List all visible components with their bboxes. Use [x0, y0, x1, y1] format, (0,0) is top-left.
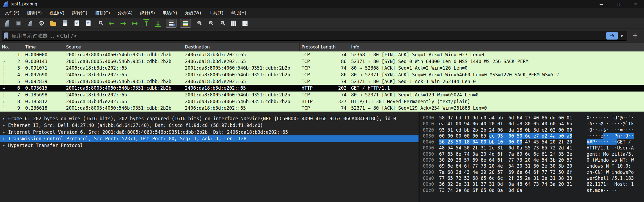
- column-header-protocol[interactable]: Protocol: [300, 43, 319, 51]
- menu-item-0[interactable]: 文件(F): [1, 8, 23, 18]
- hex-offset: 00c0: [420, 187, 439, 193]
- menu-item-4[interactable]: 捕获(C): [91, 8, 114, 18]
- detail-row[interactable]: ▶Internet Protocol Version 6, Src: 2001:…: [0, 129, 419, 136]
- close-button[interactable]: ✕: [627, 0, 644, 8]
- expand-triangle-icon[interactable]: ▶: [3, 122, 5, 129]
- packet-row[interactable]: 10.0000002001:da8:8005:4060:546b:9351:cd…: [0, 51, 644, 58]
- column-header-destination[interactable]: Destination: [183, 43, 300, 51]
- hex-row[interactable]: 00c073 74 2e 6d 6f 65 0d 0a 0d 0ast.moe·…: [420, 187, 644, 193]
- col-length: 74: [319, 78, 349, 85]
- column-header-info[interactable]: Info: [349, 43, 644, 51]
- go-to-first-icon[interactable]: ↑: [142, 19, 151, 27]
- hex-row[interactable]: 003000 00 00 00 00 65 cc 93 00 50 6e e7 …: [420, 133, 644, 139]
- apply-filter-button[interactable]: ➔: [606, 32, 618, 40]
- column-header-no[interactable]: No.: [0, 43, 23, 51]
- hex-bytes: 30 20 28 57 69 6e 64 6f 77 73 20 4e 54 3…: [439, 157, 587, 163]
- packet-row[interactable]: 30.0910712406:da18:b3d:e202::652001:da8:…: [0, 65, 644, 71]
- auto-scroll-toggle-icon[interactable]: ▼: [166, 19, 176, 28]
- zoom-out-icon[interactable]: −: [206, 19, 214, 27]
- detail-row[interactable]: ▶Frame 6: 202 bytes on wire (1616 bits),…: [0, 115, 419, 122]
- minimize-button[interactable]: —: [593, 0, 610, 8]
- packet-row[interactable]: 40.0926902406:da18:b3d:e202::652001:da8:…: [0, 71, 644, 78]
- colorize-toggle-icon[interactable]: [180, 19, 191, 28]
- hex-offset: 0040: [420, 139, 439, 145]
- resize-columns-icon[interactable]: [229, 19, 237, 27]
- column-header-source[interactable]: Source: [64, 43, 183, 51]
- capture-options-icon[interactable]: ⚙: [38, 19, 46, 27]
- column-header-time[interactable]: Time: [23, 43, 64, 51]
- menu-item-2[interactable]: 视图(V): [45, 8, 68, 18]
- go-forward-icon[interactable]: →: [119, 19, 127, 27]
- menu-item-7[interactable]: 电话(Y): [159, 8, 181, 18]
- hex-row[interactable]: 000058 97 bd f1 9d c0 a4 bb 6d 64 27 40 …: [420, 115, 644, 121]
- splitter-grip[interactable]: ∙∙∙∙∙∙: [313, 112, 326, 114]
- detail-row[interactable]: ▶Ethernet II, Src: Dell_64:27:40 (a4:bb:…: [0, 122, 419, 129]
- col-length: 74: [319, 65, 349, 71]
- hex-row[interactable]: 0010ea 41 00 94 06 40 20 01 0d a8 80 05 …: [420, 121, 644, 127]
- detail-row[interactable]: ▶Transmission Control Protocol, Src Port…: [0, 135, 419, 142]
- hex-bytes: 00 00 00 00 00 65 cc 93 00 50 6e e7 d2 4…: [439, 133, 587, 139]
- display-filter-input[interactable]: [12, 33, 606, 39]
- hex-ascii: gent: Mo zilla/5.: [587, 151, 634, 157]
- filter-dropdown-chevron-icon[interactable]: ▼: [619, 34, 625, 38]
- menu-item-8[interactable]: 无线(W): [181, 8, 205, 18]
- reload-file-icon[interactable]: ⟳: [84, 19, 92, 27]
- hex-bytes: 77 65 72 53 68 65 6c 6c 2f 35 2e 31 2e 3…: [439, 175, 587, 181]
- packet-row[interactable]: 20.0001432001:da8:8005:4060:546b:9351:cd…: [0, 58, 644, 65]
- display-filter-box: ➔ ▼: [2, 31, 627, 41]
- start-capture-icon[interactable]: [3, 19, 11, 27]
- hex-row[interactable]: 007030 20 28 57 69 6e 64 6f 77 73 20 4e …: [420, 157, 644, 163]
- fit-columns-icon[interactable]: 12 3: [241, 19, 249, 27]
- column-header-length[interactable]: Length: [319, 43, 349, 51]
- menu-item-5[interactable]: 分析(A): [114, 8, 136, 18]
- go-back-icon[interactable]: ←: [107, 19, 116, 27]
- menu-item-9[interactable]: 工具(T): [205, 8, 227, 18]
- packet-row[interactable]: 70.1856982406:da18:b3d:e202::652001:da8:…: [0, 92, 644, 98]
- close-file-icon[interactable]: ✕: [73, 19, 81, 27]
- hex-row[interactable]: 006067 65 6e 74 3a 20 4d 6f 7a 69 6c 6c …: [420, 151, 644, 157]
- packet-row[interactable]: 80.1858122406:da18:b3d:e202::652001:da8:…: [0, 98, 644, 105]
- menu-item-3[interactable]: 跳转(G): [68, 8, 91, 18]
- stop-capture-icon[interactable]: [14, 19, 22, 27]
- hex-row[interactable]: 00907a 68 2d 43 4e 29 20 57 69 6e 64 6f …: [420, 169, 644, 175]
- bookmark-icon[interactable]: [4, 32, 8, 39]
- hex-row[interactable]: 004056 23 50 18 04 00 bb 10 00 00 47 45 …: [420, 139, 644, 145]
- col-destination: 2406:da18:b3d:e202::65: [183, 78, 300, 85]
- menu-item-1[interactable]: 编辑(E): [23, 8, 46, 18]
- packet-row[interactable]: 90.2366182001:da8:8005:4060:546b:9351:cd…: [0, 105, 644, 112]
- open-file-icon[interactable]: [49, 19, 57, 27]
- menu-item-6[interactable]: 统计(S): [136, 8, 159, 18]
- zoom-original-icon[interactable]: =: [218, 19, 226, 27]
- hex-row[interactable]: 00a077 65 72 53 68 65 6c 6c 2f 35 2e 31 …: [420, 175, 644, 181]
- hex-row[interactable]: 008069 6e 64 6f 77 73 20 4e 54 20 31 30 …: [420, 163, 644, 169]
- hex-bytes: 48 54 54 50 2f 31 2e 31 0d 0a 55 73 65 7…: [439, 145, 587, 151]
- zoom-in-icon[interactable]: +: [194, 19, 202, 27]
- restart-capture-icon[interactable]: [26, 19, 34, 27]
- expand-triangle-icon[interactable]: ▶: [3, 142, 5, 149]
- hex-row[interactable]: 002093 51 cd bb 2b 2b 24 06 da 18 0b 3d …: [420, 127, 644, 133]
- packet-row[interactable]: 60.0936152001:da8:8005:4060:546b:9351:cd…: [0, 85, 644, 92]
- hex-row[interactable]: 005048 54 54 50 2f 31 2e 31 0d 0a 55 73 …: [420, 145, 644, 151]
- hex-offset: 0090: [420, 169, 439, 175]
- related-packet-mark: │: [1, 71, 7, 78]
- filter-bar: ➔ ▼ +: [0, 28, 644, 43]
- packet-row[interactable]: 50.0928392001:da8:8005:4060:546b:9351:cd…: [0, 78, 644, 85]
- col-time: 0.092839: [23, 78, 64, 85]
- col-destination: 2406:da18:b3d:e202::65: [183, 58, 300, 65]
- add-filter-button[interactable]: +: [631, 32, 639, 40]
- expand-triangle-icon[interactable]: ▶: [3, 135, 5, 142]
- hex-row[interactable]: 00b036 32 2e 31 31 37 31 0d 0a 48 6f 73 …: [420, 181, 644, 187]
- col-destination: 2001:da8:8005:4060:546b:9351:cdbb:2b2b: [183, 71, 300, 78]
- maximize-button[interactable]: ▢: [610, 0, 627, 8]
- find-packet-icon[interactable]: [96, 19, 104, 27]
- go-to-last-icon[interactable]: ↓: [154, 19, 162, 27]
- menu-item-10[interactable]: 帮助(H): [227, 8, 250, 18]
- expand-triangle-icon[interactable]: ▶: [3, 115, 5, 122]
- detail-text: Frame 6: 202 bytes on wire (1616 bits), …: [8, 116, 396, 121]
- hex-bytes: 67 65 6e 74 3a 20 4d 6f 7a 69 6c 6c 61 2…: [439, 151, 587, 157]
- detail-row[interactable]: ▶Hypertext Transfer Protocol: [0, 142, 419, 149]
- go-to-packet-icon[interactable]: ↦: [131, 19, 139, 27]
- save-file-icon[interactable]: [61, 19, 69, 27]
- related-packet-mark: │: [1, 92, 7, 98]
- expand-triangle-icon[interactable]: ▶: [3, 129, 5, 136]
